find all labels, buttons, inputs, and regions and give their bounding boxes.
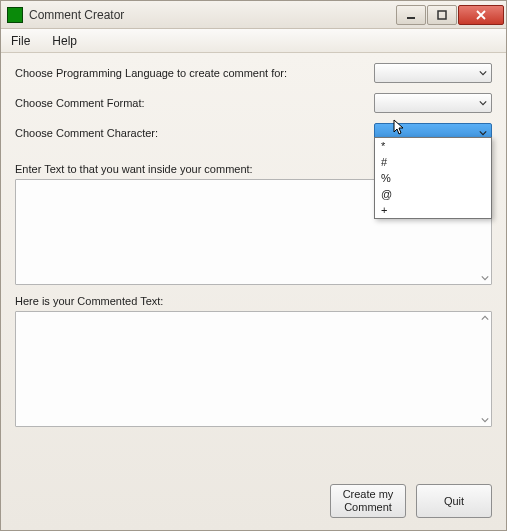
dropdown-character-popup: * # % @ + (374, 137, 492, 219)
window-title: Comment Creator (29, 8, 395, 22)
app-window: Comment Creator File Help Choose Program… (0, 0, 507, 531)
label-language: Choose Programming Language to create co… (15, 67, 374, 79)
create-comment-button[interactable]: Create my Comment (330, 484, 406, 518)
scrollbar-down[interactable] (481, 416, 489, 424)
row-format: Choose Comment Format: (15, 93, 492, 113)
maximize-icon (437, 10, 447, 20)
label-output-text: Here is your Commented Text: (15, 295, 492, 307)
dropdown-option[interactable]: @ (375, 186, 491, 202)
dropdown-option[interactable]: + (375, 202, 491, 218)
chevron-up-icon (481, 314, 489, 322)
chevron-down-icon (479, 99, 487, 107)
combo-format[interactable] (374, 93, 492, 113)
button-row: Create my Comment Quit (15, 472, 492, 518)
row-language: Choose Programming Language to create co… (15, 63, 492, 83)
svg-rect-0 (407, 17, 415, 19)
app-icon (7, 7, 23, 23)
titlebar: Comment Creator (1, 1, 506, 29)
minimize-button[interactable] (396, 5, 426, 25)
dropdown-option[interactable]: % (375, 170, 491, 186)
window-controls (395, 5, 504, 25)
menu-file[interactable]: File (7, 32, 34, 50)
output-textarea[interactable] (15, 311, 492, 427)
dropdown-option[interactable]: * (375, 138, 491, 154)
minimize-icon (406, 10, 416, 20)
combo-language[interactable] (374, 63, 492, 83)
dropdown-option[interactable]: # (375, 154, 491, 170)
scrollbar-up[interactable] (481, 314, 489, 322)
chevron-down-icon (479, 69, 487, 77)
chevron-down-icon (479, 129, 487, 137)
menubar: File Help (1, 29, 506, 53)
maximize-button[interactable] (427, 5, 457, 25)
content-area: Choose Programming Language to create co… (1, 53, 506, 530)
chevron-down-icon (481, 274, 489, 282)
svg-rect-1 (438, 11, 446, 19)
menu-help[interactable]: Help (48, 32, 81, 50)
scrollbar-down[interactable] (481, 274, 489, 282)
quit-button[interactable]: Quit (416, 484, 492, 518)
label-character: Choose Comment Character: (15, 127, 374, 139)
label-format: Choose Comment Format: (15, 97, 374, 109)
chevron-down-icon (481, 416, 489, 424)
close-icon (475, 10, 487, 20)
close-button[interactable] (458, 5, 504, 25)
